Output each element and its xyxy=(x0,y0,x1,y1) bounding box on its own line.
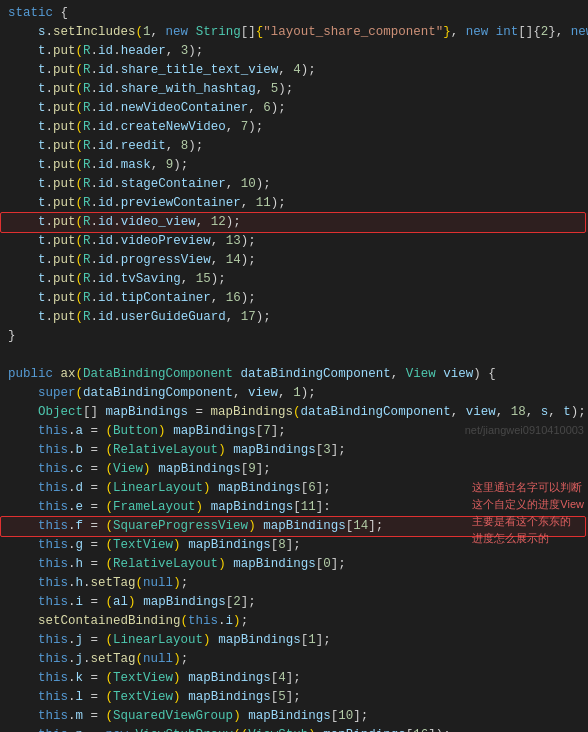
code-line: t.put(R.id.newVideoContainer, 6); xyxy=(0,99,588,118)
code-line: this.a = (Button) mapBindings[7]; net/ji… xyxy=(0,422,588,441)
code-line: super(dataBindingComponent, view, 1); xyxy=(0,384,588,403)
code-line: t.put(R.id.reedit, 8); xyxy=(0,137,588,156)
code-line: setContainedBinding(this.i); xyxy=(0,612,588,631)
code-line: this.c = (View) mapBindings[9]; xyxy=(0,460,588,479)
code-line-highlighted: t.put(R.id.video_view, 12); xyxy=(0,213,588,232)
code-line: s.setIncludes(1, new String[]{"layout_sh… xyxy=(0,23,588,42)
code-line: t.put(R.id.tvSaving, 15); xyxy=(0,270,588,289)
code-line: t.put(R.id.share_with_hashtag, 5); xyxy=(0,80,588,99)
code-line: this.j.setTag(null); xyxy=(0,650,588,669)
code-line: this.g = (TextView) mapBindings[8]; xyxy=(0,536,588,555)
code-line-highlighted: this.f = (SquareProgressView) mapBinding… xyxy=(0,517,588,536)
code-line: this.j = (LinearLayout) mapBindings[1]; xyxy=(0,631,588,650)
code-line: t.put(R.id.stageContainer, 10); xyxy=(0,175,588,194)
code-line: t.put(R.id.header, 3); xyxy=(0,42,588,61)
code-line: this.l = (TextView) mapBindings[5]; xyxy=(0,688,588,707)
code-line: Object[] mapBindings = mapBindings(dataB… xyxy=(0,403,588,422)
code-line: } xyxy=(0,327,588,346)
code-line: this.m = (SquaredViewGroup) mapBindings[… xyxy=(0,707,588,726)
code-line: t.put(R.id.createNewVideo, 7); xyxy=(0,118,588,137)
code-line: this.k = (TextView) mapBindings[4]; xyxy=(0,669,588,688)
code-line: this.h = (RelativeLayout) mapBindings[0]… xyxy=(0,555,588,574)
code-line: t.put(R.id.previewContainer, 11); xyxy=(0,194,588,213)
code-line: t.put(R.id.mask, 9); xyxy=(0,156,588,175)
code-line xyxy=(0,346,588,365)
code-line: t.put(R.id.userGuideGuard, 17); xyxy=(0,308,588,327)
code-line: t.put(R.id.progressView, 14); xyxy=(0,251,588,270)
code-line: this.h.setTag(null); xyxy=(0,574,588,593)
code-line: public ax(DataBindingComponent dataBindi… xyxy=(0,365,588,384)
code-line: t.put(R.id.tipContainer, 16); xyxy=(0,289,588,308)
code-line: t.put(R.id.videoPreview, 13); xyxy=(0,232,588,251)
code-container: static { s.setIncludes(1, new String[]{"… xyxy=(0,0,588,732)
code-line: this.d = (LinearLayout) mapBindings[6]; xyxy=(0,479,588,498)
code-line: this.e = (FrameLayout) mapBindings[11]: xyxy=(0,498,588,517)
code-line: this.b = (RelativeLayout) mapBindings[3]… xyxy=(0,441,588,460)
code-line: static { xyxy=(0,4,588,23)
code-line: this.i = (al) mapBindings[2]; xyxy=(0,593,588,612)
code-line: this.n = new ViewStubProxy((ViewStub) ma… xyxy=(0,726,588,732)
code-line: t.put(R.id.share_title_text_view, 4); xyxy=(0,61,588,80)
